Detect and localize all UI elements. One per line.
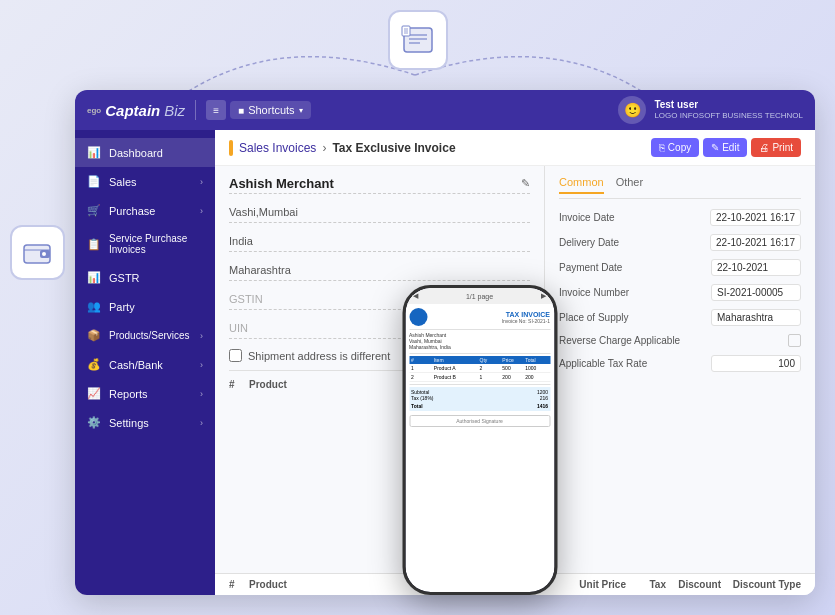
phone-nav-prev[interactable]: ◀ [413, 292, 418, 300]
copy-button[interactable]: ⎘ Copy [651, 138, 699, 157]
place-of-supply-label: Place of Supply [559, 312, 629, 323]
invoice-date-row: Invoice Date 22-10-2021 16:17 [559, 209, 801, 226]
phone-divider-3 [409, 384, 550, 385]
country-value: India [229, 235, 253, 247]
sales-chevron: › [200, 177, 203, 187]
col-discount: Discount [666, 579, 721, 590]
tab-other[interactable]: Other [616, 176, 644, 194]
tax-rate-label: Applicable Tax Rate [559, 358, 647, 369]
reports-chevron: › [200, 389, 203, 399]
sidebar-item-party[interactable]: 👥 Party [75, 292, 215, 321]
invoice-number-row: Invoice Number SI-2021-00005 [559, 284, 801, 301]
address-field: Vashi,Mumbai [229, 202, 530, 223]
phone-table-row-2: 2 Product B 1 200 200 [409, 373, 550, 382]
action-buttons: ⎘ Copy ✎ Edit 🖨 Print [651, 138, 801, 157]
biz-text: Biz [164, 102, 185, 119]
payment-date-value: 22-10-2021 [711, 259, 801, 276]
sidebar-item-settings[interactable]: ⚙️ Settings › [75, 408, 215, 437]
phone-top-bar: ◀ 1/1 page ▶ [405, 288, 554, 304]
sidebar-item-sales[interactable]: 📄 Sales › [75, 167, 215, 196]
phone-invoice-title: TAX INVOICE [502, 311, 550, 318]
shortcuts-button[interactable]: ■ Shortcuts ▾ [230, 101, 311, 119]
address-value: Vashi,Mumbai [229, 206, 298, 218]
customer-edit-icon[interactable]: ✎ [521, 177, 530, 190]
reports-icon: 📈 [87, 387, 101, 400]
copy-icon: ⎘ [659, 142, 665, 153]
purchase-chevron: › [200, 206, 203, 216]
reverse-charge-checkbox[interactable] [788, 334, 801, 347]
shipment-label: Shipment address is different [248, 350, 390, 362]
phone-page-label: 1/1 page [466, 293, 493, 300]
invoice-number-label: Invoice Number [559, 287, 629, 298]
col-product: Product [249, 379, 287, 390]
phone-table-header: # Item Qty Price Total [409, 356, 550, 364]
reverse-charge-row: Reverse Charge Applicable [559, 334, 801, 347]
products-chevron: › [200, 331, 203, 341]
phone-screen: ◀ 1/1 page ▶ TAX INVOICE Invoice No: SI-… [405, 288, 554, 592]
customer-name-value: Ashish Merchant [229, 176, 334, 191]
service-icon: 📋 [87, 238, 101, 251]
place-of-supply-value: Maharashtra [711, 309, 801, 326]
captain-text: Captain [105, 102, 160, 119]
dashboard-icon: 📊 [87, 146, 101, 159]
topbar-right: 🙂 Test user LOGO INFOSOFT BUSINESS TECHN… [618, 96, 803, 124]
breadcrumb: Sales Invoices › Tax Exclusive Invoice [229, 140, 456, 156]
party-icon: 👥 [87, 300, 101, 313]
form-right: Common Other Invoice Date 22-10-2021 16:… [545, 166, 815, 591]
edit-icon: ✎ [711, 142, 719, 153]
sidebar-item-products[interactable]: 📦 Products/Services › [75, 321, 215, 350]
sidebar-item-reports[interactable]: 📈 Reports › [75, 379, 215, 408]
menu-icon[interactable]: ≡ [206, 100, 226, 120]
phone-mockup: ◀ 1/1 page ▶ TAX INVOICE Invoice No: SI-… [402, 285, 557, 595]
sidebar-item-gstr[interactable]: 📊 GSTR [75, 263, 215, 292]
col-hash: # [229, 579, 249, 590]
top-floating-icon [388, 10, 448, 70]
phone-signature-area: Authorised Signature [409, 415, 550, 427]
purchase-icon: 🛒 [87, 204, 101, 217]
customer-name-field: Ashish Merchant ✎ [229, 176, 530, 194]
phone-nav-next[interactable]: ▶ [541, 292, 546, 300]
country-field: India [229, 231, 530, 252]
phone-summary: Subtotal1200 Tax (18%)216 Total1416 [409, 387, 550, 411]
gstin-placeholder: GSTIN [229, 293, 263, 305]
delivery-date-row: Delivery Date 22-10-2021 16:17 [559, 234, 801, 251]
col-unit-price: Unit Price [556, 579, 626, 590]
phone-address-block: Ashish Merchant Vashi, Mumbai Maharashtr… [409, 332, 550, 350]
settings-icon: ⚙️ [87, 416, 101, 429]
phone-invoice-number: Invoice No: SI-2021-1 [502, 318, 550, 324]
topbar: ego Captain Biz ≡ ■ Shortcuts ▾ 🙂 Test u… [75, 90, 815, 130]
ego-text: ego [87, 106, 101, 115]
invoice-date-value: 22-10-2021 16:17 [710, 209, 801, 226]
shortcuts-label: Shortcuts [248, 104, 294, 116]
sidebar-item-service-purchase[interactable]: 📋 Service Purchase Invoices [75, 225, 215, 263]
products-icon: 📦 [87, 329, 101, 342]
sidebar-item-dashboard[interactable]: 📊 Dashboard [75, 138, 215, 167]
edit-button[interactable]: ✎ Edit [703, 138, 747, 157]
topbar-divider [195, 100, 196, 120]
phone-divider-2 [409, 353, 550, 354]
payment-date-label: Payment Date [559, 262, 622, 273]
breadcrumb-current: Tax Exclusive Invoice [332, 141, 455, 155]
col-discount-type: Discount Type [721, 579, 801, 590]
payment-date-row: Payment Date 22-10-2021 [559, 259, 801, 276]
cashbank-icon: 💰 [87, 358, 101, 371]
tab-row: Common Other [559, 176, 801, 199]
outer-wrapper: ego Captain Biz ≡ ■ Shortcuts ▾ 🙂 Test u… [0, 0, 835, 615]
sidebar: 📊 Dashboard 📄 Sales › 🛒 Purchase [75, 130, 215, 595]
phone-invoice-content: TAX INVOICE Invoice No: SI-2021-1 Ashish… [405, 304, 554, 431]
tab-common[interactable]: Common [559, 176, 604, 194]
phone-logo [409, 308, 427, 326]
place-of-supply-row: Place of Supply Maharashtra [559, 309, 801, 326]
app-logo: ego Captain Biz [87, 102, 185, 119]
tax-rate-value[interactable]: 100 [711, 355, 801, 372]
sidebar-item-purchase[interactable]: 🛒 Purchase › [75, 196, 215, 225]
sales-icon: 📄 [87, 175, 101, 188]
phone-invoice-header: TAX INVOICE Invoice No: SI-2021-1 [409, 308, 550, 326]
print-button[interactable]: 🖨 Print [751, 138, 801, 157]
shipment-checkbox[interactable] [229, 349, 242, 362]
gstr-icon: 📊 [87, 271, 101, 284]
sidebar-item-cashbank[interactable]: 💰 Cash/Bank › [75, 350, 215, 379]
print-icon: 🖨 [759, 142, 769, 153]
breadcrumb-parent[interactable]: Sales Invoices [239, 141, 316, 155]
cashbank-chevron: › [200, 360, 203, 370]
